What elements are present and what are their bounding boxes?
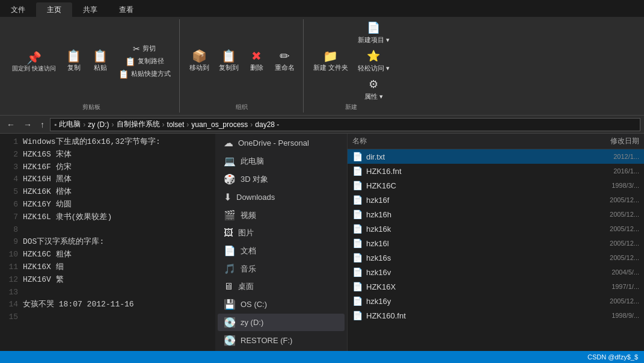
sidebar-label-this-pc: 此电脑	[241, 156, 264, 167]
col-name-header: 名称	[352, 136, 585, 146]
paste-shortcut-icon: 📋	[118, 70, 129, 78]
properties-label: 属性 ▾	[364, 92, 383, 101]
up-button[interactable]: ↑	[37, 118, 48, 131]
line-content: HZK16X 细	[23, 261, 64, 274]
file-name: hzk16h	[366, 210, 581, 219]
delete-label: 删除	[250, 63, 263, 72]
line-number: 14	[4, 299, 18, 311]
easy-access-icon: ⭐	[367, 49, 380, 63]
new-item-button[interactable]: 📄 新建项目 ▾	[354, 19, 393, 46]
sidebar-item-onedrive[interactable]: ☁OneDrive - Personal	[218, 134, 345, 152]
table-row[interactable]: 📄HZK160.fnt1998/9/...	[348, 308, 644, 323]
editor-line: 9DOS下汉字系统的字库:	[0, 236, 215, 249]
paste-shortcut-button[interactable]: 📋 粘贴快捷方式	[115, 68, 174, 79]
line-content: 女孩不哭 18:07 2012-11-16	[23, 299, 134, 311]
new-buttons: 📁 新建 文件夹 📄 新建项目 ▾ ⭐ 轻松访问 ▾ ⚙ 属性 ▾	[310, 19, 393, 103]
paste-icon: 📋	[93, 50, 108, 62]
sidebar-icon-zy-d: 💽	[224, 317, 236, 328]
move-button[interactable]: 📦 移动到	[186, 48, 213, 74]
path-segment-yuan: yuan_os_process	[191, 120, 248, 129]
sidebar-icon-os-c: 💾	[224, 299, 236, 310]
sidebar-label-pictures: 图片	[238, 228, 254, 238]
new-folder-button[interactable]: 📁 新建 文件夹	[310, 48, 352, 74]
sidebar-label-zy-d: zy (D:)	[241, 318, 263, 327]
easy-access-label: 轻松访问 ▾	[358, 64, 390, 73]
back-button[interactable]: ←	[4, 118, 18, 131]
editor-line: 14女孩不哭 18:07 2012-11-16	[0, 299, 215, 311]
file-date: 1998/3/...	[585, 182, 639, 189]
paste-button[interactable]: 📋 粘贴	[88, 48, 112, 74]
file-icon: 📄	[352, 181, 363, 190]
sidebar-item-3d-objects[interactable]: 🎲3D 对象	[218, 170, 345, 188]
table-row[interactable]: 📄HZK16C1998/3/...	[348, 178, 644, 193]
address-path[interactable]: ▪ 此电脑 › zy (D:) › 自制操作系统 › tolset › yuan…	[50, 118, 640, 131]
table-row[interactable]: 📄hzk16s2005/12...	[348, 250, 644, 265]
table-row[interactable]: 📄hzk16f2005/12...	[348, 193, 644, 207]
line-number: 2	[4, 149, 18, 161]
tab-home[interactable]: 主页	[36, 2, 72, 17]
editor-line: 2HZK16S 宋体	[0, 149, 215, 161]
sidebar-icon-documents: 📄	[224, 245, 236, 256]
sidebar-icon-onedrive: ☁	[224, 137, 233, 149]
line-number: 8	[4, 224, 18, 237]
cut-button[interactable]: ✂ 剪切	[115, 43, 174, 54]
pin-button[interactable]: 📌 固定到 快速访问	[8, 49, 60, 74]
sidebar-item-music[interactable]: 🎵音乐	[218, 260, 345, 278]
sidebar-item-zy-d[interactable]: 💽zy (D:)	[218, 314, 345, 331]
table-row[interactable]: 📄hzk16h2005/12...	[348, 207, 644, 222]
paste-shortcut-label: 粘贴快捷方式	[131, 69, 171, 78]
table-row[interactable]: 📄HZK16X1997/1/...	[348, 279, 644, 294]
sidebar-item-videos[interactable]: 🎬视频	[218, 206, 345, 224]
delete-button[interactable]: ✖ 删除	[245, 48, 269, 74]
table-row[interactable]: 📄hzk16v2004/5/...	[348, 265, 644, 279]
file-list: 名称 修改日期 📄dir.txt2012/1...📄HZK16.fnt2016/…	[348, 134, 644, 351]
copy-to-button[interactable]: 📋 复制到	[215, 48, 242, 74]
sidebar-item-os-c[interactable]: 💾OS (C:)	[218, 296, 345, 313]
tab-view[interactable]: 查看	[108, 2, 144, 17]
copy-label: 复制	[67, 63, 81, 72]
table-row[interactable]: 📄hzk16k2005/12...	[348, 222, 644, 236]
copy-path-icon: 📋	[125, 57, 135, 66]
line-content: HZK16F 仿宋	[23, 161, 72, 174]
line-content: HZK16C 粗体	[23, 249, 72, 261]
path-segment-d: zy (D:)	[88, 120, 109, 129]
address-bar: ← → ↑ ▪ 此电脑 › zy (D:) › 自制操作系统 › tolset …	[0, 116, 644, 134]
new-folder-icon: 📁	[323, 50, 338, 62]
table-row[interactable]: 📄dir.txt2012/1...	[348, 149, 644, 164]
forward-button[interactable]: →	[20, 118, 35, 131]
line-number: 10	[4, 249, 18, 261]
properties-button[interactable]: ⚙ 属性 ▾	[354, 76, 393, 103]
file-date: 2005/12...	[585, 196, 639, 203]
sidebar-item-documents[interactable]: 📄文档	[218, 242, 345, 259]
table-row[interactable]: 📄HZK16.fnt2016/1...	[348, 164, 644, 178]
sidebar-item-restore-f[interactable]: 💽RESTORE (F:)	[218, 332, 345, 349]
table-row[interactable]: 📄hzk16l2005/12...	[348, 236, 644, 250]
main-area: 1Windows下生成的16x16,32字节每字:2HZK16S 宋体3HZK1…	[0, 134, 644, 351]
copy-button[interactable]: 📋 复制	[62, 48, 86, 74]
table-row[interactable]: 📄hzk16y2005/12...	[348, 294, 644, 308]
sidebar: ☁OneDrive - Personal💻此电脑🎲3D 对象⬇Downloads…	[215, 134, 348, 351]
easy-access-button[interactable]: ⭐ 轻松访问 ▾	[354, 48, 393, 75]
sidebar-icon-this-pc: 💻	[224, 155, 236, 167]
tab-share[interactable]: 共享	[72, 2, 108, 17]
explorer-panel: ☁OneDrive - Personal💻此电脑🎲3D 对象⬇Downloads…	[215, 134, 644, 351]
sidebar-item-desktop[interactable]: 🖥桌面	[218, 278, 345, 295]
copy-path-button[interactable]: 📋 复制路径	[115, 55, 174, 67]
tab-file[interactable]: 文件	[0, 2, 36, 17]
path-segment-os: 自制操作系统	[117, 119, 160, 129]
file-name: HZK16C	[366, 181, 581, 190]
file-icon: 📄	[352, 311, 363, 320]
file-icon: 📄	[352, 152, 363, 161]
delete-icon: ✖	[251, 50, 262, 62]
line-content: HZK16S 宋体	[23, 149, 72, 161]
line-content: Windows下生成的16x16,32字节每字:	[23, 136, 161, 149]
sidebar-item-downloads[interactable]: ⬇Downloads	[218, 188, 345, 206]
editor-line: 3HZK16F 仿宋	[0, 161, 215, 174]
rename-button[interactable]: ✏ 重命名	[271, 48, 298, 74]
file-icon: 📄	[352, 166, 363, 176]
line-number: 6	[4, 199, 18, 211]
sidebar-item-this-pc[interactable]: 💻此电脑	[218, 152, 345, 170]
sidebar-label-onedrive: OneDrive - Personal	[238, 138, 309, 147]
sidebar-item-pictures[interactable]: 🖼图片	[218, 225, 345, 241]
editor-line: 11HZK16X 细	[0, 261, 215, 274]
